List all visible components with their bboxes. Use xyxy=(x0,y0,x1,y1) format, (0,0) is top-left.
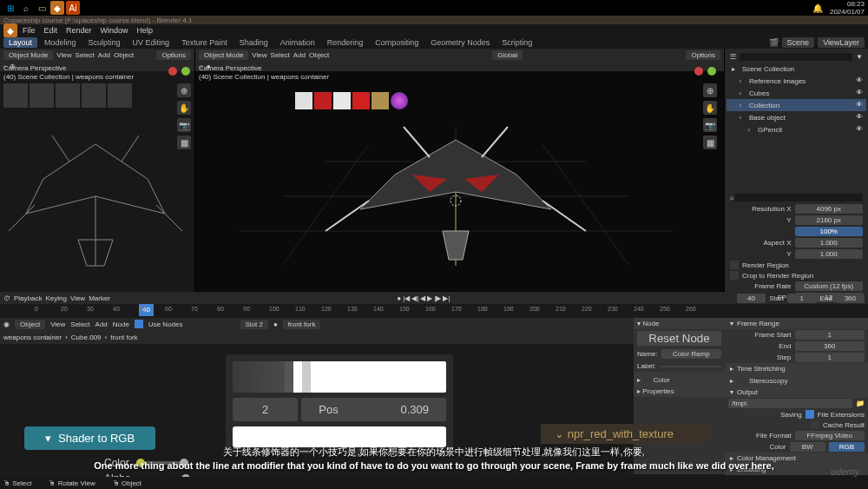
visibility-toggle[interactable]: 👁 xyxy=(856,76,865,85)
menu-edit[interactable]: Edit xyxy=(44,26,58,35)
jump-start-icon[interactable]: |◀ xyxy=(403,294,410,302)
props-search[interactable] xyxy=(734,194,863,202)
menu-help[interactable]: Help xyxy=(137,26,154,35)
tab-texture-paint[interactable]: Texture Paint xyxy=(176,37,233,48)
tab-uv-editing[interactable]: UV Editing xyxy=(128,37,175,48)
tab-animation[interactable]: Animation xyxy=(275,37,320,48)
folder-icon[interactable]: 📁 xyxy=(856,400,865,407)
res-y-field[interactable]: 2160 px xyxy=(795,215,864,225)
object-menu[interactable]: Object xyxy=(309,51,329,59)
color-checkbox[interactable] xyxy=(642,373,651,382)
nav-gizmo[interactable] xyxy=(168,66,191,78)
reset-node-button[interactable]: Reset Node xyxy=(637,331,721,346)
tab-shading[interactable]: Shading xyxy=(234,37,273,48)
menu-render[interactable]: Render xyxy=(66,26,92,35)
menu-file[interactable]: File xyxy=(23,26,36,35)
options-dropdown[interactable]: Options xyxy=(686,50,720,60)
outliner-item[interactable]: ▫Cubes👁 xyxy=(727,87,866,99)
res-percent-field[interactable]: 100% xyxy=(795,227,864,236)
add-menu[interactable]: Add xyxy=(293,51,306,59)
tab-compositing[interactable]: Compositing xyxy=(370,37,424,48)
filter-icon[interactable]: ▼ xyxy=(856,53,863,61)
outliner-item[interactable]: ▫GPencil👁 xyxy=(727,123,866,135)
crop-region-checkbox[interactable] xyxy=(730,271,739,280)
global-dropdown[interactable]: Global xyxy=(492,50,523,60)
frame-rate-dropdown[interactable]: Custom (12 fps) xyxy=(795,281,864,291)
tab-modeling[interactable]: Modeling xyxy=(39,37,82,48)
frame-end-field[interactable]: 360 xyxy=(795,341,865,351)
tab-geometry-nodes[interactable]: Geometry Nodes xyxy=(425,37,495,48)
node-label-field[interactable] xyxy=(660,366,721,367)
view-menu[interactable]: View xyxy=(70,294,85,302)
slot-dropdown[interactable]: Slot 2 xyxy=(240,320,268,329)
explorer-icon[interactable]: ▭ xyxy=(35,1,49,15)
scene-dropdown[interactable]: Scene xyxy=(782,37,815,48)
select-menu[interactable]: Select xyxy=(76,51,95,59)
object-menu[interactable]: Object xyxy=(114,51,134,59)
breadcrumb-mat[interactable]: front fork xyxy=(110,334,138,341)
viewport-right[interactable]: Object Mode View Select Add Object Globa… xyxy=(195,49,725,292)
ramp-index-field[interactable]: 2 xyxy=(233,398,298,421)
visibility-toggle[interactable]: 👁 xyxy=(856,89,865,97)
windows-start-icon[interactable]: ⊞ xyxy=(3,1,17,15)
breadcrumb-obj[interactable]: weapons container xyxy=(3,334,62,341)
outliner-search[interactable] xyxy=(740,53,852,61)
select-menu[interactable]: Select xyxy=(271,51,290,59)
frame-start-field[interactable]: 1 xyxy=(795,330,865,340)
illustrator-icon[interactable]: Ai xyxy=(66,1,80,15)
zoom-icon[interactable]: ⊕ xyxy=(177,83,191,97)
outliner-root[interactable]: ▸ Scene Collection xyxy=(727,63,866,75)
material-dropdown[interactable]: front fork xyxy=(283,320,321,329)
breadcrumb-mesh[interactable]: Cube.009 xyxy=(71,334,102,341)
outliner-item[interactable]: ▫Reference Images👁 xyxy=(727,75,866,87)
jump-end-icon[interactable]: ▶| xyxy=(443,294,450,302)
aspect-y-field[interactable]: 1.000 xyxy=(795,249,864,259)
notification-icon[interactable]: 🔔 xyxy=(812,3,823,13)
cache-checkbox[interactable] xyxy=(811,420,819,429)
marker-menu[interactable]: Marker xyxy=(89,294,110,302)
node-name-field[interactable]: Color Ramp xyxy=(661,349,721,359)
menu-window[interactable]: Window xyxy=(101,26,128,35)
object-dropdown[interactable]: Object xyxy=(15,320,45,329)
use-nodes-checkbox[interactable] xyxy=(135,320,143,328)
object-mode-dropdown[interactable]: Object Mode xyxy=(3,50,53,60)
object-mode-dropdown[interactable]: Object Mode xyxy=(199,50,248,60)
file-format-dropdown[interactable]: FFmpeg Video xyxy=(795,431,865,440)
view-menu[interactable]: View xyxy=(56,51,71,59)
node-menu[interactable]: Node xyxy=(113,320,129,328)
select-menu[interactable]: Select xyxy=(70,320,89,328)
autokey-icon[interactable]: ● xyxy=(397,294,401,302)
res-x-field[interactable]: 4096 px xyxy=(795,204,864,214)
keying-menu[interactable]: Keying xyxy=(45,294,66,302)
current-frame-field[interactable]: 40 xyxy=(737,294,766,303)
play-reverse-icon[interactable]: ◀ xyxy=(420,294,425,302)
aspect-x-field[interactable]: 1.000 xyxy=(795,238,864,248)
viewport-left[interactable]: Object Mode View Select Add Object Optio… xyxy=(0,49,195,292)
ramp-gradient[interactable] xyxy=(233,361,446,393)
add-menu[interactable]: Add xyxy=(95,320,108,328)
options-dropdown[interactable]: Options xyxy=(156,50,191,60)
start-frame-field[interactable]: 1 xyxy=(787,294,816,303)
render-region-checkbox[interactable] xyxy=(730,261,739,269)
visibility-toggle[interactable]: 👁 xyxy=(856,101,865,109)
tab-sculpting[interactable]: Sculpting xyxy=(83,37,126,48)
blender-icon[interactable]: ◆ xyxy=(50,1,64,15)
ramp-stop-selected[interactable] xyxy=(302,361,311,393)
end-frame-field[interactable]: 360 xyxy=(836,294,865,303)
stereo-checkbox[interactable] xyxy=(737,376,746,385)
frame-step-field[interactable]: 1 xyxy=(795,353,865,362)
timeline-ruler[interactable]: 40 0203040506070809010011012013014015016… xyxy=(0,304,868,318)
viewlayer-dropdown[interactable]: ViewLayer xyxy=(818,37,865,48)
ramp-pos-field[interactable]: Pos 0.309 xyxy=(301,398,446,421)
file-ext-checkbox[interactable] xyxy=(806,410,814,419)
prev-key-icon[interactable]: ◀| xyxy=(411,294,418,302)
color-ramp-node[interactable]: 2 Pos 0.309 xyxy=(226,354,453,454)
view-menu[interactable]: View xyxy=(252,51,266,59)
next-key-icon[interactable]: |▶ xyxy=(434,294,441,302)
outliner-item[interactable]: ▫Collection👁 xyxy=(727,99,866,111)
view-menu[interactable]: View xyxy=(50,320,65,328)
tab-scripting[interactable]: Scripting xyxy=(496,37,537,48)
visibility-toggle[interactable]: 👁 xyxy=(856,125,865,134)
search-icon[interactable]: ⌕ xyxy=(19,1,33,15)
tab-layout[interactable]: Layout xyxy=(3,37,37,48)
